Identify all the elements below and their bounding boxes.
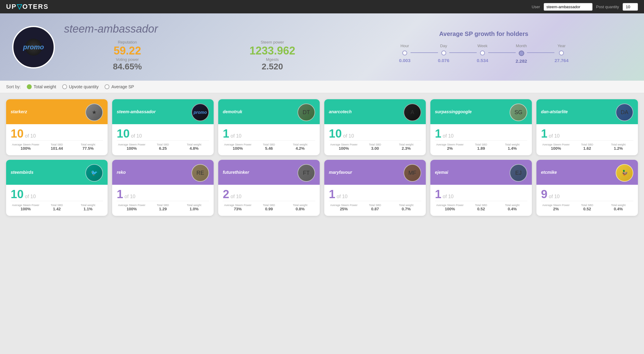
sp-growth-title: Average SP growth for holders bbox=[348, 30, 620, 37]
card-header: reko 67 RE bbox=[112, 160, 214, 185]
sp-growth-section: Average SP growth for holders Hour 0.003… bbox=[336, 24, 632, 70]
post-quantity-input[interactable] bbox=[623, 3, 638, 11]
stat-total-sbd: Total SBD 1.89 bbox=[466, 143, 496, 151]
timeline-value-month: 2.282 bbox=[516, 58, 527, 64]
voting-power-value: 84.65% bbox=[64, 62, 191, 72]
sort-upvote-qty-label: Upvote quantity bbox=[69, 84, 98, 89]
card-steembirds[interactable]: steembirds 55 🐦 10 of 10 Average Steem P… bbox=[6, 160, 108, 216]
stat-avg-sp: Average Steem Power 2% bbox=[541, 204, 571, 211]
card-dan-atstarlite[interactable]: dan-atstarlite 65 DA 1 of 10 Average Ste… bbox=[536, 99, 638, 155]
stat-avg-sp: Average Steem Power 100% bbox=[435, 204, 465, 211]
total-sbd-value: 1.89 bbox=[466, 146, 496, 151]
card-stats: Average Steem Power 73% Total SBD 0.99 T… bbox=[223, 201, 315, 211]
timeline-label-day: Day bbox=[440, 44, 447, 48]
timeline-item-day[interactable]: Day 0.076 bbox=[438, 44, 450, 63]
card-body: 1 of 10 Average Steem Power 2% Total SBD… bbox=[430, 124, 532, 155]
stat-total-weight: Total weight 1.1% bbox=[73, 204, 103, 211]
sort-upvote-qty[interactable]: Upvote quantity bbox=[62, 84, 98, 89]
card-body: 10 of 10 Average Steem Power 100% Total … bbox=[6, 185, 108, 216]
card-steem-ambassador[interactable]: steem-ambassador 59 promo 10 of 10 Avera… bbox=[112, 99, 214, 155]
card-stats: Average Steem Power 25% Total SBD 0.87 T… bbox=[329, 201, 421, 211]
total-weight-value: 4.2% bbox=[285, 146, 315, 151]
votes-of: of 10 bbox=[23, 133, 36, 138]
stat-total-sbd: Total SBD 0.99 bbox=[254, 204, 284, 211]
stat-total-sbd: Total SBD 1.29 bbox=[148, 204, 178, 211]
total-sbd-value: 1.29 bbox=[148, 207, 178, 211]
radio-upvote-qty bbox=[62, 84, 67, 89]
total-sbd-label: Total SBD bbox=[572, 204, 602, 207]
avg-sp-value: 100% bbox=[435, 207, 465, 211]
timeline-item-week[interactable]: Week 0.534 bbox=[477, 44, 488, 63]
card-stats: Average Steem Power 100% Total SBD 3.00 … bbox=[329, 140, 421, 151]
total-weight-value: 1.1% bbox=[73, 207, 103, 211]
total-weight-label: Total weight bbox=[391, 204, 421, 207]
stat-total-sbd: Total SBD 0.52 bbox=[572, 204, 602, 211]
total-sbd-label: Total SBD bbox=[360, 143, 390, 146]
total-weight-label: Total weight bbox=[391, 143, 421, 146]
stat-total-sbd: Total SBD 3.00 bbox=[360, 143, 390, 151]
total-weight-value: 1.4% bbox=[497, 146, 527, 151]
card-surpassinggoogle[interactable]: surpassinggoogle 65 SG 1 of 10 Average S… bbox=[430, 99, 532, 155]
avg-sp-label: Average Steem Power bbox=[117, 143, 147, 146]
user-input[interactable] bbox=[544, 3, 592, 11]
avg-sp-label: Average Steem Power bbox=[541, 204, 571, 207]
timeline-item-month[interactable]: Month 2.282 bbox=[516, 44, 527, 64]
total-weight-label: Total weight bbox=[179, 204, 209, 207]
stat-total-weight: Total weight 0.8% bbox=[285, 204, 315, 211]
sort-bar: Sort by: Total weight Upvote quantity Av… bbox=[0, 81, 644, 93]
card-avatar: DT bbox=[297, 103, 315, 121]
total-weight-value: 2.3% bbox=[391, 146, 421, 151]
stat-total-weight: Total weight 0.4% bbox=[497, 204, 527, 211]
card-futurethinker[interactable]: futurethinker 56 FT 2 of 10 Average Stee… bbox=[218, 160, 320, 216]
stat-total-weight: Total weight 77.5% bbox=[73, 143, 103, 151]
card-avatar: RE bbox=[191, 164, 209, 182]
card-votes: 10 of 10 bbox=[11, 127, 103, 140]
card-header: futurethinker 56 FT bbox=[218, 160, 320, 185]
total-sbd-label: Total SBD bbox=[466, 143, 496, 146]
stat-total-sbd: Total SBD 1.62 bbox=[572, 143, 602, 151]
reputation-value: 59.22 bbox=[64, 44, 191, 57]
card-ejemai[interactable]: ejemai 69 EJ 1 of 10 Average Steem Power… bbox=[430, 160, 532, 216]
card-votes: 10 of 10 bbox=[11, 188, 103, 201]
total-weight-label: Total weight bbox=[73, 204, 103, 207]
card-anarcotech[interactable]: anarcotech 51 A 10 of 10 Average Steem P… bbox=[324, 99, 426, 155]
card-name: steembirds bbox=[11, 170, 34, 175]
card-reko[interactable]: reko 67 RE 1 of 10 Average Steem Power 1… bbox=[112, 160, 214, 216]
voting-power-label: Voting power bbox=[64, 57, 191, 62]
card-header: starkerz 61 ★ bbox=[6, 99, 108, 124]
sort-average-sp[interactable]: Average SP bbox=[105, 84, 134, 89]
avg-sp-label: Average Steem Power bbox=[223, 204, 253, 207]
card-starkerz[interactable]: starkerz 61 ★ 10 of 10 Average Steem Pow… bbox=[6, 99, 108, 155]
total-sbd-label: Total SBD bbox=[148, 143, 178, 146]
votes-current: 1 bbox=[435, 188, 441, 201]
total-weight-label: Total weight bbox=[497, 204, 527, 207]
timeline-line-4 bbox=[527, 52, 554, 53]
timeline-item-year[interactable]: Year 27.764 bbox=[554, 44, 568, 63]
card-votes: 1 of 10 bbox=[329, 188, 421, 201]
votes-current: 1 bbox=[541, 127, 547, 140]
post-quantity-label: Post quantity bbox=[596, 5, 619, 9]
stat-total-weight: Total weight 0.4% bbox=[603, 204, 633, 211]
total-weight-value: 0.4% bbox=[603, 207, 633, 211]
card-header: etcmike 69 🦆 bbox=[536, 160, 638, 185]
card-body: 9 of 10 Average Steem Power 2% Total SBD… bbox=[536, 185, 638, 216]
card-votes: 10 of 10 bbox=[329, 127, 421, 140]
card-etcmike[interactable]: etcmike 69 🦆 9 of 10 Average Steem Power… bbox=[536, 160, 638, 216]
sort-total-weight-label: Total weight bbox=[34, 84, 56, 89]
profile-username: steem-ambassador bbox=[64, 23, 336, 35]
profile-stats: Reputation 59.22 Voting power 84.65% Ste… bbox=[64, 40, 336, 72]
timeline-item-hour[interactable]: Hour 0.003 bbox=[399, 44, 411, 63]
card-maryfavour[interactable]: maryfavour 63 MF 1 of 10 Average Steem P… bbox=[324, 160, 426, 216]
total-sbd-label: Total SBD bbox=[254, 143, 284, 146]
card-demotruk[interactable]: demotruk 56 DT 1 of 10 Average Steem Pow… bbox=[218, 99, 320, 155]
card-body: 1 of 10 Average Steem Power 100% Total S… bbox=[536, 124, 638, 155]
total-sbd-value: 0.87 bbox=[360, 207, 390, 211]
total-sbd-value: 0.99 bbox=[254, 207, 284, 211]
sort-total-weight[interactable]: Total weight bbox=[27, 84, 56, 89]
card-avatar: ★ bbox=[85, 103, 103, 121]
card-header: maryfavour 63 MF bbox=[324, 160, 426, 185]
stat-total-weight: Total weight 1.4% bbox=[497, 143, 527, 151]
card-header: steem-ambassador 59 promo bbox=[112, 99, 214, 124]
votes-of: of 10 bbox=[229, 194, 241, 199]
total-sbd-value: 1.42 bbox=[42, 207, 72, 211]
